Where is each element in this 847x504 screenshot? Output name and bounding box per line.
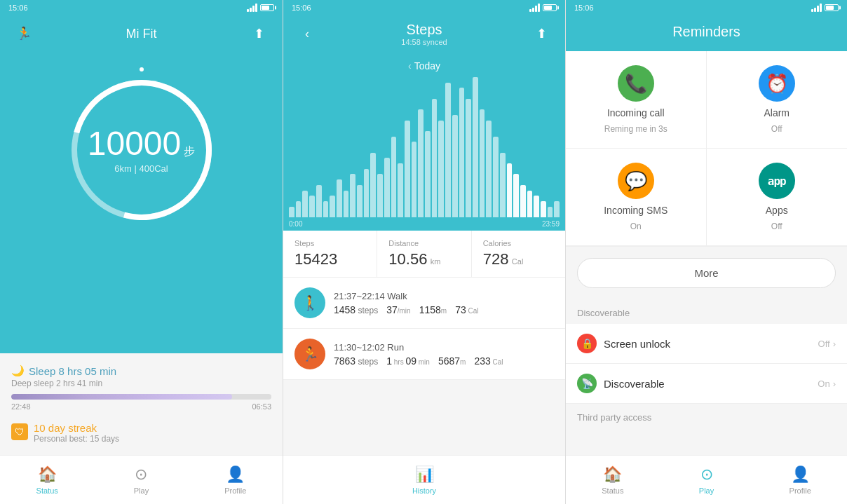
- mifit-title: Mi Fit: [126, 27, 157, 41]
- chart-bar-26: [466, 99, 471, 217]
- screen-unlock-left: 🔒 Screen unlock: [577, 334, 670, 353]
- walk-metrics: 1458 steps 37/min 1158m 73 Cal: [334, 304, 554, 315]
- discoverable-row[interactable]: 📡 Discoverable On ›: [566, 364, 847, 404]
- chart-bar-5: [323, 201, 329, 217]
- steps-screen: 15:06 ‹ Steps 14:58 synced ⬆: [283, 0, 565, 504]
- sleep-section: 🌙 Sleep 8 hrs 05 min Deep sleep 2 hrs 41…: [11, 365, 271, 411]
- reminders-title-bar: Reminders: [566, 15, 847, 51]
- chart-bar-24: [452, 115, 458, 217]
- chart-bars: [283, 77, 565, 217]
- chevron-right-icon-1: ›: [833, 339, 836, 349]
- person-icon-1: 👤: [226, 465, 245, 484]
- time-2: 15:06: [292, 4, 311, 12]
- stat-steps-label: Steps: [294, 239, 365, 247]
- today-nav[interactable]: ‹ Today: [283, 57, 565, 77]
- back-icon[interactable]: ‹: [294, 21, 320, 46]
- run-distance: 5687m: [438, 355, 466, 367]
- run-icon-circle: 🏃: [294, 339, 325, 369]
- activity-run-details: 11:30~12:02 Run 7863 steps 1 hrs 09 min …: [334, 342, 554, 367]
- discoverable-left: 📡 Discoverable: [577, 374, 665, 393]
- apps-icon-circle: app: [759, 163, 795, 199]
- nav-status-3[interactable]: 🏠 Status: [566, 456, 660, 504]
- chart-bar-13: [377, 174, 383, 217]
- nav-play-1[interactable]: ⊙ Play: [94, 456, 188, 504]
- play-icon-3: ⊙: [700, 465, 713, 484]
- streak-sub: Personal best: 15 days: [34, 434, 119, 444]
- chart-bar-23: [445, 83, 451, 217]
- chart-bar-34: [520, 185, 526, 217]
- run-pace: 1 hrs 09 min: [386, 355, 430, 367]
- mifit-title-bar: 🏃 Mi Fit ⬆: [0, 15, 283, 55]
- stat-steps: Steps 15423: [283, 231, 377, 277]
- nav-status-1[interactable]: 🏠 Status: [0, 456, 94, 504]
- bluetooth-icon-circle: 📡: [577, 374, 597, 393]
- sleep-sub: Deep sleep 2 hrs 41 min: [11, 379, 271, 388]
- chart-bar-10: [357, 185, 362, 217]
- signal-icon: [247, 4, 257, 12]
- third-party-header: Third party access: [566, 404, 847, 428]
- reminder-sms[interactable]: 💬 Incoming SMS On: [566, 149, 707, 246]
- nav-play-label-3: Play: [699, 486, 714, 495]
- apps-name: Apps: [766, 205, 788, 216]
- run-icon[interactable]: 🏃: [11, 21, 36, 46]
- chart-bar-36: [534, 196, 539, 217]
- call-name: Incoming call: [607, 107, 665, 118]
- chart-bar-33: [513, 174, 519, 217]
- chart-bar-22: [438, 121, 444, 217]
- nav-history-icon-item[interactable]: 📊 History: [283, 456, 565, 504]
- stat-calories-value: 728: [483, 250, 509, 268]
- signal-icon-3: [811, 4, 822, 12]
- chart-bar-6: [330, 196, 335, 217]
- stat-calories-label: Calories: [483, 239, 554, 247]
- run-calories: 233 Cal: [474, 355, 503, 367]
- steps-unit: 步: [184, 144, 195, 159]
- moon-icon: 🌙: [11, 365, 25, 377]
- upload-icon[interactable]: ⬆: [529, 21, 554, 46]
- chart-bar-25: [459, 88, 465, 217]
- chart-bar-18: [412, 142, 417, 217]
- battery-icon: [260, 4, 274, 11]
- nav-play-3[interactable]: ⊙ Play: [660, 456, 754, 504]
- status-right-2: [529, 4, 557, 12]
- status-bar-1: 15:06: [0, 0, 283, 15]
- nav-profile-3[interactable]: 👤 Profile: [753, 456, 847, 504]
- walk-pace: 37/min: [386, 304, 410, 315]
- chart-bar-8: [344, 191, 349, 217]
- chart-bar-7: [337, 179, 342, 217]
- screen-unlock-status: Off: [818, 339, 830, 349]
- chart-bar-30: [493, 137, 499, 217]
- discoverable-status: On: [818, 379, 829, 389]
- sleep-end: 06:53: [252, 402, 271, 411]
- walk-calories: 73 Cal: [455, 304, 478, 315]
- more-button[interactable]: More: [577, 258, 836, 288]
- chart-bar-15: [391, 137, 397, 217]
- reminders-grid: 📞 Incoming call Reming me in 3s ⏰ Alarm …: [566, 51, 847, 247]
- chart-bar-32: [507, 163, 513, 217]
- reminder-call[interactable]: 📞 Incoming call Reming me in 3s: [566, 51, 707, 149]
- walk-distance: 1158m: [419, 304, 447, 315]
- sleep-title: 🌙 Sleep 8 hrs 05 min: [11, 365, 271, 377]
- chart-bar-31: [500, 153, 506, 217]
- reminders-nav: 🏠 Status ⊙ Play 👤 Profile: [566, 455, 847, 504]
- lock-icon-circle: 🔒: [577, 334, 597, 353]
- nav-status-label-3: Status: [602, 486, 623, 495]
- steps-detail: 6km | 400Cal: [114, 163, 168, 174]
- status-bar-3: 15:06: [566, 0, 847, 15]
- history-chart-icon: 📊: [415, 465, 434, 484]
- steps-ring: 10000 步 6km | 400Cal: [72, 80, 212, 220]
- nav-profile-1[interactable]: 👤 Profile: [189, 456, 283, 504]
- screen-unlock-row[interactable]: 🔒 Screen unlock Off ›: [566, 324, 847, 364]
- chart-bar-3: [309, 196, 315, 217]
- reminder-apps[interactable]: app Apps Off: [707, 149, 848, 246]
- home-icon-3: 🏠: [603, 465, 622, 484]
- chart-bar-19: [418, 109, 423, 217]
- stat-steps-value: 15423: [294, 250, 365, 268]
- person-icon-3: 👤: [791, 465, 810, 484]
- battery-icon-2: [543, 4, 557, 11]
- stat-distance-value-row: 10.56 km: [388, 250, 459, 268]
- walk-steps: 1458 steps: [334, 304, 378, 315]
- reminder-alarm[interactable]: ⏰ Alarm Off: [707, 51, 848, 149]
- chart-bar-27: [473, 77, 478, 217]
- share-icon[interactable]: ⬆: [246, 21, 271, 46]
- battery-icon-3: [825, 4, 839, 11]
